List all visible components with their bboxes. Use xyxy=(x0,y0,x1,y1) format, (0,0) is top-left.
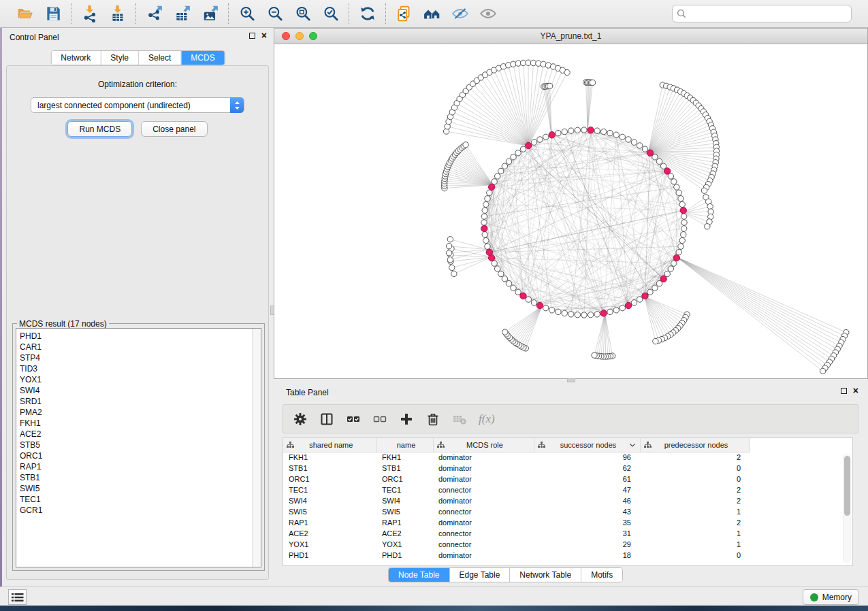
graph-node[interactable] xyxy=(594,128,600,133)
add-column-icon[interactable] xyxy=(399,412,414,427)
settings-gear-icon[interactable] xyxy=(293,412,308,427)
close-panel-button[interactable]: Close panel xyxy=(141,121,207,137)
table-tab-edge-table[interactable]: Edge Table xyxy=(449,568,510,582)
mcds-result-item[interactable]: ACE2 xyxy=(20,429,261,440)
graph-node[interactable] xyxy=(674,184,679,190)
graph-node[interactable] xyxy=(568,128,574,133)
mcds-result-item[interactable]: TID3 xyxy=(20,363,261,374)
graph-node[interactable] xyxy=(520,146,526,152)
first-neighbors-icon[interactable] xyxy=(423,5,441,23)
graph-node[interactable] xyxy=(556,309,561,314)
graph-node[interactable] xyxy=(485,244,490,249)
tab-network[interactable]: Network xyxy=(51,51,100,65)
mcds-result-item[interactable]: CAR1 xyxy=(20,342,261,352)
mcds-result-item[interactable]: SWI4 xyxy=(20,385,261,396)
graph-node[interactable] xyxy=(575,127,580,133)
table-row[interactable]: STB1STB1dominator620 xyxy=(283,463,750,474)
table-scrollbar[interactable] xyxy=(843,454,851,563)
graph-node[interactable] xyxy=(594,312,600,317)
mcds-result-item[interactable]: PHD1 xyxy=(20,331,261,342)
graph-node[interactable] xyxy=(631,139,637,145)
horizontal-splitter-handle[interactable] xyxy=(567,378,575,382)
float-table-panel-icon[interactable] xyxy=(841,388,847,394)
network-window-titlebar[interactable]: YPA_prune.txt_1 xyxy=(274,29,867,44)
mcds-result-item[interactable]: PMA2 xyxy=(20,407,261,418)
graph-leaf-node[interactable] xyxy=(701,188,707,193)
graph-leaf-node[interactable] xyxy=(446,244,451,249)
graph-node[interactable] xyxy=(613,308,619,313)
table-tab-node-table[interactable]: Node Table xyxy=(389,568,449,582)
graph-dominator-node[interactable] xyxy=(673,254,679,261)
graph-leaf-node[interactable] xyxy=(502,329,508,335)
graph-node[interactable] xyxy=(498,168,504,174)
mcds-result-item[interactable]: GCR1 xyxy=(20,505,261,516)
graph-leaf-node[interactable] xyxy=(449,265,455,270)
table-tab-motifs[interactable]: Motifs xyxy=(581,568,622,582)
graph-node[interactable] xyxy=(676,250,681,255)
close-panel-icon[interactable]: × xyxy=(261,32,267,39)
graph-node[interactable] xyxy=(681,232,686,237)
network-canvas[interactable] xyxy=(274,44,867,378)
graph-node[interactable] xyxy=(481,220,487,225)
graph-dominator-node[interactable] xyxy=(680,208,686,214)
graph-node[interactable] xyxy=(515,289,521,295)
hide-selected-icon[interactable] xyxy=(451,5,469,23)
mcds-result-item[interactable]: ORC1 xyxy=(20,450,261,461)
tab-mcds[interactable]: MCDS xyxy=(180,51,224,65)
graph-node[interactable] xyxy=(485,196,490,201)
zoom-in-icon[interactable] xyxy=(238,5,256,23)
graph-leaf-node[interactable] xyxy=(705,224,710,229)
graph-node[interactable] xyxy=(511,285,516,291)
table-row[interactable]: FKH1FKH1dominator962 xyxy=(283,452,750,463)
mcds-result-item[interactable]: YOX1 xyxy=(20,374,261,385)
graph-dominator-node[interactable] xyxy=(600,310,607,316)
graph-node[interactable] xyxy=(681,226,686,231)
graph-node[interactable] xyxy=(581,127,587,133)
graph-node[interactable] xyxy=(492,261,497,266)
graph-node[interactable] xyxy=(676,190,681,195)
graph-node[interactable] xyxy=(526,297,531,302)
graph-leaf-node[interactable] xyxy=(451,271,457,276)
graph-dominator-node[interactable] xyxy=(536,302,543,308)
export-table-icon[interactable] xyxy=(173,5,191,23)
graph-node[interactable] xyxy=(562,310,567,316)
graph-leaf-node[interactable] xyxy=(653,338,658,344)
list-scrollbar[interactable] xyxy=(252,329,261,567)
graph-node[interactable] xyxy=(626,137,631,142)
mcds-result-item[interactable]: STB1 xyxy=(20,472,261,483)
graph-node[interactable] xyxy=(543,305,549,310)
table-row[interactable]: TEC1TEC1connector472 xyxy=(283,484,750,495)
table-row[interactable]: PHD1PHD1dominator180 xyxy=(283,550,750,561)
graph-leaf-node[interactable] xyxy=(547,83,552,88)
table-row[interactable]: ORC1ORC1dominator610 xyxy=(283,474,750,484)
graph-dominator-node[interactable] xyxy=(549,132,555,138)
graph-node[interactable] xyxy=(681,220,687,225)
export-image-icon[interactable] xyxy=(201,5,219,23)
mcds-result-list[interactable]: PHD1CAR1STP4TID3YOX1SWI4SRD1PMA2FKH1ACE2… xyxy=(16,328,261,567)
minimize-window-icon[interactable] xyxy=(295,32,304,40)
graph-node[interactable] xyxy=(511,154,516,160)
graph-node[interactable] xyxy=(642,146,647,152)
show-columns-icon[interactable] xyxy=(319,412,334,427)
zoom-selected-icon[interactable] xyxy=(321,5,340,23)
graph-leaf-node[interactable] xyxy=(463,142,468,148)
graph-node[interactable] xyxy=(620,134,625,139)
graph-node[interactable] xyxy=(620,305,625,310)
graph-node[interactable] xyxy=(679,201,685,207)
graph-node[interactable] xyxy=(515,150,521,156)
float-window-icon[interactable] xyxy=(249,33,255,39)
graph-node[interactable] xyxy=(656,159,662,164)
column-header-predecessor-nodes[interactable]: predecessor nodes xyxy=(640,438,750,452)
graph-node[interactable] xyxy=(506,159,511,164)
export-network-icon[interactable] xyxy=(145,5,163,23)
graph-node[interactable] xyxy=(637,297,642,302)
scrollbar-thumb[interactable] xyxy=(844,456,850,516)
mcds-result-item[interactable]: TEC1 xyxy=(20,494,261,505)
graph-node[interactable] xyxy=(681,214,686,219)
graph-node[interactable] xyxy=(556,130,561,135)
zoom-fit-icon[interactable] xyxy=(293,5,312,23)
duplicate-network-icon[interactable] xyxy=(395,5,413,23)
graph-node[interactable] xyxy=(492,179,497,184)
mcds-result-item[interactable]: SWI5 xyxy=(20,483,261,494)
graph-node[interactable] xyxy=(647,289,653,295)
